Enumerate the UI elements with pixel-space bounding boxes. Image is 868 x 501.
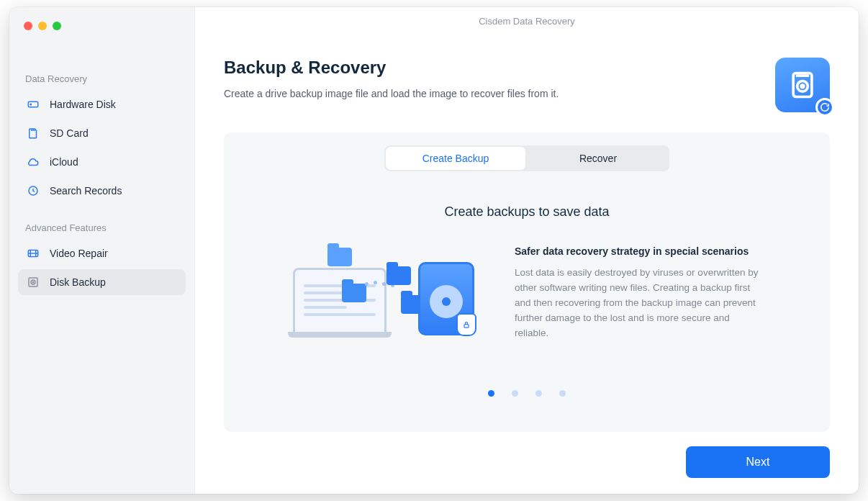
svg-rect-10 [464,325,469,328]
sd-card-icon [27,127,40,140]
sidebar: Data Recovery Hardware Disk SD Card iClo… [9,7,195,494]
page-header: Backup & Recovery Create a drive backup … [195,35,859,132]
pager-dot-4[interactable] [559,390,566,397]
sidebar-item-label: Disk Backup [50,276,106,288]
next-button[interactable]: Next [686,446,830,478]
cloud-icon [27,155,40,168]
svg-point-6 [32,281,34,283]
sidebar-item-label: Video Repair [50,248,108,259]
sidebar-item-label: iCloud [50,156,78,168]
sidebar-item-hardware-disk[interactable]: Hardware Disk [18,91,186,117]
svg-point-9 [801,85,804,88]
backup-panel: Create Backup Recover Create backups to … [224,132,830,432]
panel-heading: Create backups to save data [444,204,609,220]
tab-create-backup[interactable]: Create Backup [386,147,525,170]
pager-dot-3[interactable] [535,390,542,397]
footer: Next [195,432,859,494]
svg-point-1 [30,104,32,105]
sidebar-item-disk-backup[interactable]: Disk Backup [18,269,186,295]
sidebar-item-sd-card[interactable]: SD Card [18,120,186,146]
sidebar-section-advanced-features: Advanced Features [18,222,186,240]
sidebar-item-icloud[interactable]: iCloud [18,149,186,175]
page-header-text: Backup & Recovery Create a drive backup … [224,58,559,99]
sidebar-item-label: Search Records [50,185,122,197]
sidebar-item-label: Hardware Disk [50,99,116,110]
tab-switch: Create Backup Recover [384,145,669,171]
pager-dot-1[interactable] [488,390,494,397]
clock-icon [27,184,40,197]
info-body: Lost data is easily destroyed by viruses… [515,266,761,341]
main-content: Cisdem Data Recovery Backup & Recovery C… [195,7,859,494]
minimize-window-button[interactable] [38,22,47,30]
info-text: Safer data recovery strategy in special … [515,245,761,341]
page-subtitle: Create a drive backup image file and loa… [224,88,559,99]
pager-dot-2[interactable] [512,390,518,397]
refresh-badge-icon [815,98,834,117]
tab-recover[interactable]: Recover [528,147,668,170]
app-window: Data Recovery Hardware Disk SD Card iClo… [9,7,859,494]
pager [488,390,566,397]
sidebar-item-search-records[interactable]: Search Records [18,178,186,204]
window-title: Cisdem Data Recovery [195,7,859,35]
lock-icon [456,313,476,336]
close-window-button[interactable] [24,22,32,30]
video-icon [27,247,40,260]
maximize-window-button[interactable] [53,22,61,30]
panel-content: Safer data recovery strategy in special … [243,245,811,341]
sidebar-section-data-recovery: Data Recovery [18,73,186,91]
sidebar-item-label: SD Card [50,127,89,139]
disk-backup-hero-icon [775,58,830,112]
hard-drive-icon [27,98,40,111]
window-controls [18,20,186,30]
info-title: Safer data recovery strategy in special … [515,245,761,257]
page-title: Backup & Recovery [224,58,559,78]
disk-backup-icon [27,276,40,289]
sidebar-item-video-repair[interactable]: Video Repair [18,240,186,266]
backup-illustration [293,246,480,340]
